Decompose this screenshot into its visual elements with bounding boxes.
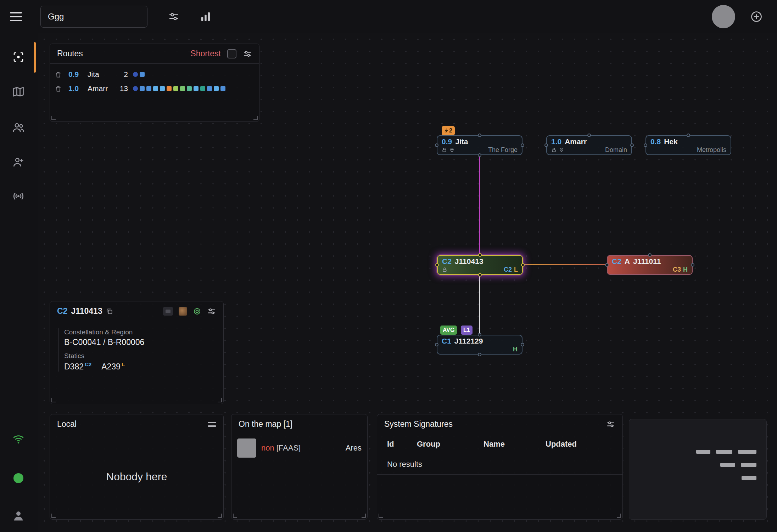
route-destination[interactable]: Amarr [88, 84, 114, 93]
column-updated[interactable]: Updated [546, 440, 613, 449]
filter-sliders-icon[interactable] [168, 11, 179, 22]
column-group[interactable]: Group [417, 440, 483, 449]
system-node-jita[interactable]: 2 0.9Jita The Forge [437, 135, 522, 155]
system-settings-button[interactable] [207, 307, 216, 316]
route-destination[interactable]: Jita [88, 70, 114, 79]
locate-button[interactable] [193, 307, 201, 316]
route-system-dot[interactable] [173, 86, 178, 91]
delete-route-icon[interactable] [55, 85, 66, 92]
connection-handle[interactable] [648, 253, 652, 257]
route-system-dot[interactable] [133, 72, 138, 77]
sidebar-item-characters[interactable] [9, 118, 28, 137]
connection-home-red[interactable] [522, 264, 608, 265]
connection-handle[interactable] [435, 143, 438, 147]
pilot-name[interactable]: non [261, 443, 274, 452]
route-row[interactable]: 1.0 Amarr 13 [50, 81, 259, 96]
effect-thumbnail-button[interactable] [179, 307, 187, 316]
minimap-panel[interactable] [629, 419, 767, 520]
route-system-dot[interactable] [167, 86, 172, 91]
delete-route-icon[interactable] [55, 71, 66, 78]
connection-handle[interactable] [478, 273, 482, 277]
list-layout-icon[interactable] [208, 422, 216, 427]
route-system-dot[interactable] [214, 86, 219, 91]
column-name[interactable]: Name [483, 440, 546, 449]
connection-handle[interactable] [630, 143, 634, 147]
connection-handle[interactable] [478, 134, 481, 137]
sidebar-item-add-character[interactable] [9, 152, 28, 172]
system-class-label: C2 [57, 306, 67, 316]
connection-handle[interactable] [605, 263, 609, 267]
connection-handle[interactable] [435, 263, 439, 267]
wormhole-class: C2 [442, 257, 452, 266]
connection-handle[interactable] [521, 143, 524, 147]
connection-home-c1[interactable] [479, 275, 480, 335]
pilot-ship: Ares [346, 443, 362, 453]
column-id[interactable]: Id [387, 440, 417, 449]
connection-handle[interactable] [544, 143, 548, 147]
route-row[interactable]: 0.9 Jita 2 [50, 67, 259, 81]
menu-icon[interactable] [10, 12, 23, 21]
route-system-dot[interactable] [140, 86, 145, 91]
bolt-icon [444, 128, 448, 134]
on-the-map-title: On the map [1] [239, 419, 292, 429]
topbar [0, 0, 777, 33]
sidebar-item-profile[interactable] [9, 506, 28, 526]
security-status: 1.0 [551, 137, 561, 146]
route-system-dot[interactable] [153, 86, 158, 91]
route-systems[interactable] [133, 72, 254, 77]
structure-button[interactable] [163, 307, 173, 316]
pilot-corp-ticker: [FAAS] [276, 443, 301, 452]
signatures-settings-icon[interactable] [606, 420, 615, 429]
route-system-dot[interactable] [207, 86, 212, 91]
connection-handle[interactable] [687, 134, 690, 137]
connection-handle[interactable] [478, 253, 482, 257]
connection-jita-home[interactable] [479, 155, 480, 255]
map-name-input[interactable] [40, 6, 147, 28]
routes-settings-icon[interactable] [243, 49, 252, 58]
system-node-home-selected[interactable]: C2J110413 C2L [437, 255, 523, 275]
stats-chart-icon[interactable] [200, 11, 211, 22]
target-icon [193, 307, 201, 316]
route-system-dot[interactable] [146, 86, 151, 91]
system-tag: A [625, 257, 630, 266]
connection-handle[interactable] [521, 263, 525, 267]
route-mode-label[interactable]: Shortest [190, 49, 221, 58]
route-system-dot[interactable] [200, 86, 205, 91]
system-node-red[interactable]: C2AJ111011 C3H [607, 255, 693, 275]
connection-handle[interactable] [478, 333, 481, 336]
constellation-region-value: B-C00041 / B-R00006 [64, 338, 216, 347]
sidebar-item-broadcast[interactable] [9, 186, 28, 206]
route-system-dot[interactable] [194, 86, 199, 91]
sidebar-item-maps[interactable] [9, 82, 28, 102]
security-status: 0.8 [650, 137, 661, 146]
route-systems[interactable] [133, 86, 254, 91]
connection-handle[interactable] [435, 343, 438, 346]
add-icon[interactable] [750, 10, 763, 23]
user-avatar[interactable] [712, 5, 735, 28]
sidebar-item-tracking[interactable] [9, 47, 28, 67]
shortest-checkbox[interactable] [227, 49, 236, 58]
system-node-c1[interactable]: AVG L1 C1J112129 H [437, 335, 522, 355]
route-system-dot[interactable] [140, 72, 145, 77]
pilot-row[interactable]: non[FAAS] Ares [231, 434, 367, 462]
route-system-dot[interactable] [180, 86, 185, 91]
system-node-hek[interactable]: 0.8Hek Metropolis [645, 135, 731, 155]
connection-handle[interactable] [521, 343, 524, 346]
connection-handle[interactable] [644, 143, 647, 147]
route-system-dot[interactable] [220, 86, 225, 91]
static-class: C3 [673, 266, 681, 273]
connection-handle[interactable] [691, 263, 694, 267]
connection-handle[interactable] [478, 353, 481, 356]
statics-label: Statics [64, 352, 216, 360]
route-system-dot[interactable] [133, 86, 138, 91]
system-name: J112129 [454, 337, 483, 345]
system-node-amarr[interactable]: 1.0Amarr Domain [546, 135, 632, 155]
route-system-dot[interactable] [187, 86, 192, 91]
people-icon [12, 121, 25, 134]
static-security: H [513, 346, 518, 353]
route-system-dot[interactable] [160, 86, 165, 91]
connection-handle[interactable] [478, 153, 481, 157]
copy-icon[interactable] [106, 308, 113, 315]
connection-handle[interactable] [587, 134, 591, 137]
system-name-label: J110413 [71, 306, 102, 316]
